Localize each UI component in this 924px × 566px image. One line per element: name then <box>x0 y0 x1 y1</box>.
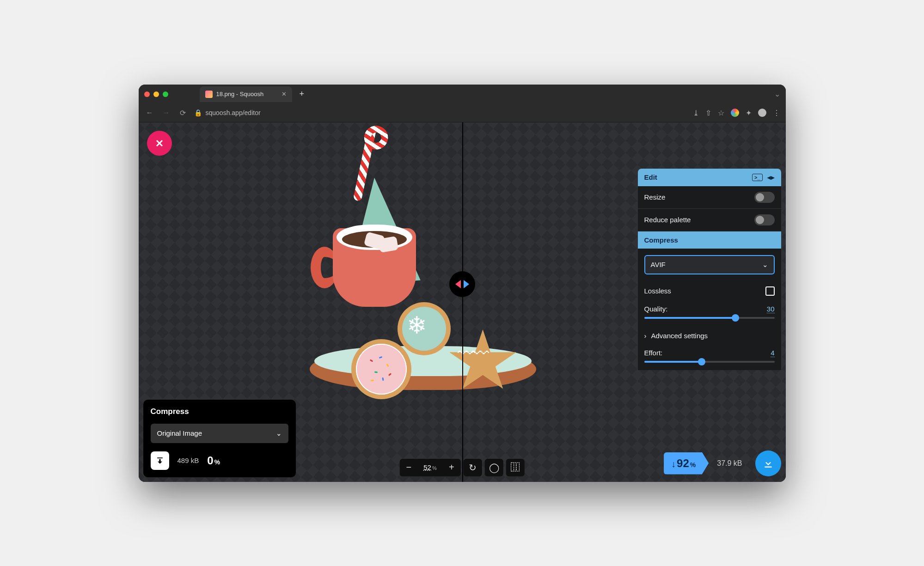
reduce-palette-row: Reduce palette <box>638 209 781 231</box>
chevron-right-icon: › <box>644 332 647 340</box>
left-stats: 489 kB 0% <box>151 451 288 470</box>
left-panel-title: Compress <box>151 407 288 416</box>
install-app-icon[interactable]: ⤓ <box>693 109 699 117</box>
lossless-row: Lossless <box>638 281 781 301</box>
extension-icon[interactable] <box>731 109 739 117</box>
left-reduction: 0% <box>207 454 220 467</box>
reduce-palette-toggle[interactable] <box>754 214 775 225</box>
maximize-window-button[interactable] <box>163 91 168 97</box>
reload-button[interactable]: ⟳ <box>177 109 189 117</box>
drag-right-icon <box>464 280 469 288</box>
chevron-down-icon: ⌄ <box>276 429 282 438</box>
effort-value[interactable]: 4 <box>771 349 774 357</box>
effort-label: Effort: <box>644 349 663 357</box>
right-format-value: AVIF <box>651 261 666 269</box>
effort-slider[interactable] <box>644 361 775 363</box>
rotate-button[interactable]: ↻ <box>464 459 482 476</box>
back-button[interactable]: ← <box>144 109 155 117</box>
right-stats: ↓ 92 % 37.9 kB <box>664 450 781 476</box>
compress-header: Compress <box>638 231 781 249</box>
zoom-out-button[interactable]: − <box>399 459 418 476</box>
effort-row: Effort: 4 <box>638 345 781 370</box>
share-icon[interactable]: ⇧ <box>705 109 711 117</box>
url-field[interactable]: 🔒 squoosh.app/editor <box>194 109 687 116</box>
right-options-panel: Edit >_ ◂▸ Resize Reduce palette Compres… <box>638 169 781 370</box>
left-format-select[interactable]: Original Image ⌄ <box>151 424 288 443</box>
tabs-menu-button[interactable]: ⌄ <box>774 90 780 98</box>
flip-button[interactable]: ⿲ <box>506 459 525 476</box>
profile-avatar-icon[interactable] <box>758 109 766 117</box>
titlebar: 18.png - Squoosh ✕ + ⌄ <box>139 85 786 104</box>
reduction-badge: ↓ 92 % <box>664 452 709 475</box>
preview-image: ❄ 〰〰 <box>300 173 541 413</box>
zoom-toolbar: − 52% + ↻ ◯ ⿲ <box>399 459 524 476</box>
minimize-window-button[interactable] <box>153 91 159 97</box>
drag-left-icon <box>455 280 461 288</box>
comparison-drag-handle[interactable] <box>449 271 475 297</box>
output-size: 37.9 kB <box>709 459 750 468</box>
resize-row: Resize <box>638 186 781 209</box>
browser-window: 18.png - Squoosh ✕ + ⌄ ← → ⟳ 🔒 squoosh.a… <box>139 85 786 482</box>
close-tab-button[interactable]: ✕ <box>281 91 287 97</box>
zoom-in-button[interactable]: + <box>442 459 461 476</box>
advanced-settings-toggle[interactable]: › Advanced settings <box>638 326 781 345</box>
left-format-value: Original Image <box>157 429 202 437</box>
cli-icon[interactable]: >_ <box>752 174 763 181</box>
browser-tab[interactable]: 18.png - Squoosh ✕ <box>200 86 292 102</box>
tab-title: 18.png - Squoosh <box>216 91 264 97</box>
advanced-label: Advanced settings <box>651 332 708 340</box>
quality-value[interactable]: 30 <box>767 305 775 313</box>
bookmark-icon[interactable]: ☆ <box>718 109 724 117</box>
right-format-select[interactable]: AVIF ⌄ <box>644 255 775 274</box>
forward-button[interactable]: → <box>161 109 172 117</box>
background-toggle-button[interactable]: ◯ <box>485 459 503 476</box>
chevron-down-icon: ⌄ <box>762 261 768 269</box>
close-editor-button[interactable] <box>147 131 172 156</box>
quality-label: Quality: <box>644 305 668 313</box>
extensions-menu-icon[interactable]: ✦ <box>746 109 752 117</box>
window-controls <box>144 91 168 97</box>
left-compress-panel: Compress Original Image ⌄ 489 kB 0% <box>143 400 296 477</box>
menu-icon[interactable]: ⋮ <box>773 109 780 117</box>
copy-settings-icon[interactable]: ◂▸ <box>767 173 775 182</box>
close-window-button[interactable] <box>144 91 150 97</box>
toolbar-icons: ⤓ ⇧ ☆ ✦ ⋮ <box>693 109 780 117</box>
resize-label: Resize <box>644 193 666 201</box>
lossless-checkbox[interactable] <box>765 286 775 296</box>
url-text: squoosh.app/editor <box>206 109 261 116</box>
quality-row: Quality: 30 <box>638 301 781 326</box>
comparison-divider <box>462 122 463 482</box>
quality-slider[interactable] <box>644 317 775 319</box>
reduce-palette-label: Reduce palette <box>644 216 691 224</box>
address-bar: ← → ⟳ 🔒 squoosh.app/editor ⤓ ⇧ ☆ ✦ ⋮ <box>139 104 786 122</box>
left-size: 489 kB <box>177 456 199 464</box>
favicon-icon <box>205 91 213 98</box>
new-tab-button[interactable]: + <box>300 89 305 99</box>
download-right-button[interactable] <box>755 450 781 476</box>
lossless-label: Lossless <box>644 287 671 295</box>
lock-icon: 🔒 <box>194 109 202 116</box>
resize-toggle[interactable] <box>754 192 775 203</box>
editor-content: ❄ 〰〰 Compress <box>139 122 786 482</box>
edit-header: Edit >_ ◂▸ <box>638 169 781 186</box>
download-left-button[interactable] <box>151 451 169 470</box>
arrow-down-icon: ↓ <box>671 459 676 469</box>
zoom-value[interactable]: 52% <box>418 463 442 471</box>
